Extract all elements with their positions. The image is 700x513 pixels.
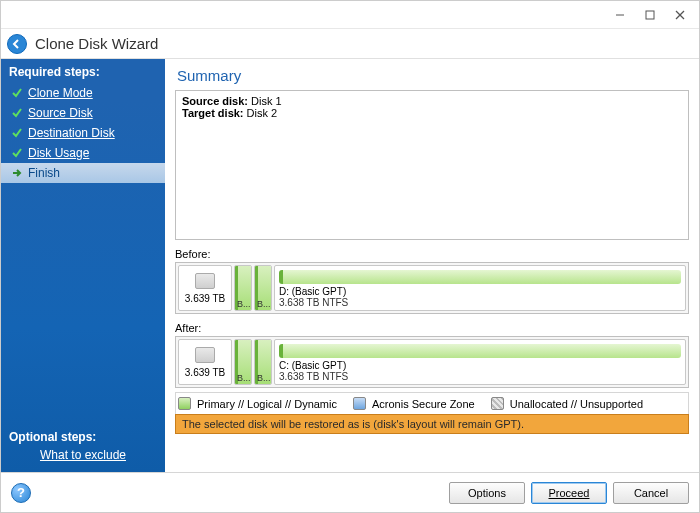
back-button[interactable] — [7, 34, 27, 54]
legend-secure-zone: Acronis Secure Zone — [353, 397, 475, 410]
page-heading: Summary — [177, 67, 689, 84]
footer: ? Options Proceed Cancel — [1, 472, 699, 512]
legend-label: Acronis Secure Zone — [372, 398, 475, 410]
step-label: Clone Mode — [28, 86, 93, 100]
step-label: Destination Disk — [28, 126, 115, 140]
legend-label: Unallocated // Unsupported — [510, 398, 643, 410]
minimize-button[interactable] — [605, 5, 635, 25]
partition-label: B... — [237, 373, 251, 383]
partition-size: 3.638 TB NTFS — [279, 297, 681, 308]
main-panel: Summary Source disk: Disk 1 Target disk:… — [165, 59, 699, 472]
options-button[interactable]: Options — [449, 482, 525, 504]
check-icon — [11, 87, 23, 99]
partition-label: B... — [237, 299, 251, 309]
partition-small-1[interactable]: B... — [234, 265, 252, 311]
step-destination-disk[interactable]: Destination Disk — [1, 123, 165, 143]
disk-row-after: 3.639 TB B... B... C: (Basic GPT) 3.638 … — [175, 336, 689, 388]
step-clone-mode[interactable]: Clone Mode — [1, 83, 165, 103]
legend-label: Primary // Logical // Dynamic — [197, 398, 337, 410]
target-disk-label: Target disk: — [182, 107, 244, 119]
partition-small-2[interactable]: B... — [254, 339, 272, 385]
hdd-icon — [195, 347, 215, 363]
close-button[interactable] — [665, 5, 695, 25]
after-label: After: — [175, 322, 689, 334]
partition-main[interactable]: C: (Basic GPT) 3.638 TB NTFS — [274, 339, 686, 385]
window-title: Clone Disk Wizard — [35, 35, 158, 52]
arrow-right-icon — [11, 167, 23, 179]
svg-rect-1 — [646, 11, 654, 19]
legend-unallocated: Unallocated // Unsupported — [491, 397, 643, 410]
maximize-button[interactable] — [635, 5, 665, 25]
source-disk-value: Disk 1 — [251, 95, 282, 107]
disk-size: 3.639 TB — [185, 367, 225, 378]
check-icon — [11, 147, 23, 159]
check-icon — [11, 107, 23, 119]
wizard-sidebar: Required steps: Clone Mode Source Disk D… — [1, 59, 165, 472]
legend-swatch-primary — [178, 397, 191, 410]
step-finish[interactable]: Finish — [1, 163, 165, 183]
legend-swatch-unallocated — [491, 397, 504, 410]
proceed-button[interactable]: Proceed — [531, 482, 607, 504]
optional-steps-title: Optional steps: — [9, 430, 157, 446]
target-disk-value: Disk 2 — [247, 107, 278, 119]
partition-legend: Primary // Logical // Dynamic Acronis Se… — [175, 392, 689, 414]
source-disk-label: Source disk: — [182, 95, 248, 107]
disk-drive-icon-cell[interactable]: 3.639 TB — [178, 339, 232, 385]
before-label: Before: — [175, 248, 689, 260]
disk-row-before: 3.639 TB B... B... D: (Basic GPT) 3.638 … — [175, 262, 689, 314]
hdd-icon — [195, 273, 215, 289]
step-label: Source Disk — [28, 106, 93, 120]
titlebar — [1, 1, 699, 29]
step-label: Finish — [28, 166, 60, 180]
cancel-button[interactable]: Cancel — [613, 482, 689, 504]
partition-name: D: (Basic GPT) — [279, 286, 681, 297]
partition-size: 3.638 TB NTFS — [279, 371, 681, 382]
what-to-exclude-link[interactable]: What to exclude — [9, 448, 157, 462]
step-disk-usage[interactable]: Disk Usage — [1, 143, 165, 163]
legend-primary: Primary // Logical // Dynamic — [178, 397, 337, 410]
disk-drive-icon-cell[interactable]: 3.639 TB — [178, 265, 232, 311]
step-label: Disk Usage — [28, 146, 89, 160]
partition-name: C: (Basic GPT) — [279, 360, 681, 371]
step-source-disk[interactable]: Source Disk — [1, 103, 165, 123]
required-steps-title: Required steps: — [1, 59, 165, 83]
partition-main[interactable]: D: (Basic GPT) 3.638 TB NTFS — [274, 265, 686, 311]
legend-swatch-secure — [353, 397, 366, 410]
help-button[interactable]: ? — [11, 483, 31, 503]
partition-small-1[interactable]: B... — [234, 339, 252, 385]
summary-box: Source disk: Disk 1 Target disk: Disk 2 — [175, 90, 689, 240]
check-icon — [11, 127, 23, 139]
partition-label: B... — [257, 299, 271, 309]
partition-label: B... — [257, 373, 271, 383]
gpt-notice: The selected disk will be restored as is… — [175, 414, 689, 434]
disk-size: 3.639 TB — [185, 293, 225, 304]
optional-steps: Optional steps: What to exclude — [1, 424, 165, 472]
partition-small-2[interactable]: B... — [254, 265, 272, 311]
window-header: Clone Disk Wizard — [1, 29, 699, 59]
